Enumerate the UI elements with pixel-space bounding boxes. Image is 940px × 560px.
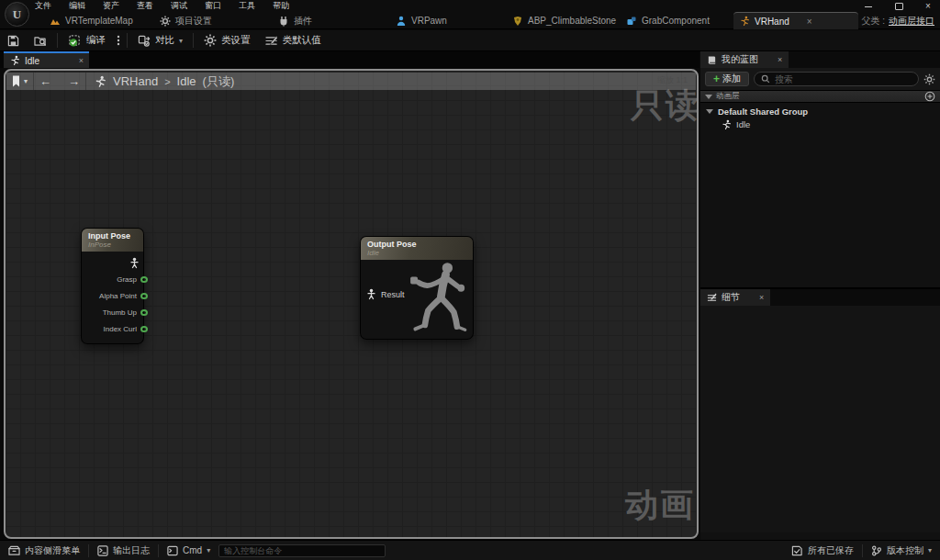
revision-control-button[interactable]: 版本控制 ▾ [863, 541, 940, 560]
compile-options-button[interactable] [113, 30, 124, 51]
tab-details[interactable]: 细节 × [700, 289, 770, 306]
class-defaults-label: 类默认值 [283, 34, 321, 47]
float-pin-icon[interactable] [140, 326, 148, 332]
menu-view[interactable]: 查看 [137, 0, 153, 12]
toolbar-separator [193, 33, 194, 48]
document-tab-bar: Idle × [0, 51, 699, 68]
details-panel: 细节 × [700, 287, 940, 532]
tab-grabcomponent[interactable]: GrabComponent [621, 12, 715, 29]
close-panel-icon[interactable]: × [759, 293, 764, 302]
menu-edit[interactable]: 编辑 [69, 0, 85, 12]
compile-label: 编译 [86, 34, 106, 47]
pin-index-curl[interactable]: Index Curl [82, 320, 143, 337]
restore-icon[interactable] [894, 2, 903, 10]
breadcrumb-document[interactable]: Idle [177, 74, 196, 88]
node-subtitle: Idle [367, 249, 466, 257]
compile-button[interactable]: 编译 [61, 30, 113, 51]
close-window-icon[interactable]: × [923, 2, 933, 10]
anim-layer-icon [739, 16, 750, 27]
menu-file[interactable]: 文件 [35, 0, 51, 12]
close-document-icon[interactable]: × [79, 56, 84, 65]
collapse-triangle-icon[interactable] [706, 109, 713, 114]
pose-pin-icon[interactable] [366, 288, 376, 300]
add-button[interactable]: + 添加 [705, 72, 749, 86]
revision-control-label: 版本控制 [887, 544, 923, 557]
class-defaults-button[interactable]: 类默认值 [258, 30, 329, 51]
minimize-icon[interactable] [865, 2, 874, 10]
console-command-input[interactable] [218, 544, 386, 557]
menu-window[interactable]: 窗口 [205, 0, 221, 12]
browse-asset-button[interactable] [27, 30, 54, 51]
tab-plugins[interactable]: 插件 [273, 12, 318, 29]
cmd-dropdown[interactable]: Cmd ▾ [159, 541, 218, 560]
close-tab-icon[interactable]: × [807, 17, 812, 27]
animation-watermark: 动画 [625, 483, 695, 528]
kebab-menu-icon [117, 35, 120, 46]
all-saved-button[interactable]: 所有已保存 [783, 541, 862, 560]
tab-vrpawn[interactable]: VRPawn [390, 12, 453, 29]
collapse-triangle-icon[interactable] [705, 95, 712, 99]
tab-my-blueprint[interactable]: 我的蓝图 × [700, 51, 789, 68]
output-log-icon [97, 545, 108, 556]
level-icon [50, 16, 61, 27]
pin-grasp[interactable]: Grasp [82, 271, 143, 287]
anim-blueprint-icon [512, 16, 523, 27]
tab-vrhand-active[interactable]: VRHand × [733, 12, 858, 29]
anim-layers-section-header[interactable]: 动画层 [700, 90, 940, 103]
group-default-shared[interactable]: Default Shared Group [700, 106, 940, 118]
search-input[interactable] [775, 74, 912, 84]
save-button[interactable] [0, 30, 27, 51]
layer-item-idle[interactable]: Idle [700, 118, 940, 131]
status-bar: 内容侧滑菜单 输出日志 Cmd ▾ 所有已保存 版本控制 ▾ [0, 540, 940, 560]
pose-pin-icon[interactable] [129, 257, 140, 269]
menu-debug[interactable]: 调试 [171, 0, 187, 12]
pin-label: Thumb Up [103, 308, 137, 317]
pawn-icon [396, 16, 407, 27]
result-pin-label: Result [381, 290, 405, 299]
bookmark-button[interactable]: ▾ [6, 73, 34, 90]
chevron-down-icon: ▾ [24, 77, 28, 85]
close-panel-icon[interactable]: × [778, 55, 782, 64]
float-pin-icon[interactable] [140, 293, 148, 299]
anim-graph-canvas[interactable]: 缩放 1:1 ▾ ← → VRHand > Idle (只读) 只读 动画 I [4, 69, 699, 539]
readonly-watermark: 只读 [631, 84, 699, 129]
node-header: Input Pose InPose [82, 229, 143, 252]
output-log-button[interactable]: 输出日志 [89, 541, 158, 560]
back-arrow-icon[interactable]: ← [39, 75, 51, 87]
menu-tools[interactable]: 工具 [239, 0, 255, 12]
float-pin-icon[interactable] [140, 309, 148, 316]
tab-abp-climbablestone[interactable]: ABP_ClimbableStone [507, 12, 621, 29]
result-pin[interactable]: Result [366, 288, 405, 300]
tab-label: VRTemplateMap [65, 16, 133, 26]
pin-thumb-up[interactable]: Thumb Up [82, 304, 143, 320]
output-pose-node[interactable]: Output Pose Idle Re [360, 236, 474, 340]
diff-button[interactable]: 对比 ▾ [130, 30, 190, 51]
diff-icon [138, 35, 151, 47]
breadcrumb-asset[interactable]: VRHand [113, 74, 158, 88]
blueprint-search[interactable] [754, 72, 919, 86]
tab-project-settings[interactable]: 项目设置 [154, 12, 218, 29]
class-settings-button[interactable]: 类设置 [196, 30, 258, 51]
tab-label: GrabComponent [642, 16, 710, 26]
menu-help[interactable]: 帮助 [273, 0, 289, 12]
forward-arrow-icon[interactable]: → [68, 75, 80, 87]
pin-alpha-point[interactable]: Alpha Point [82, 287, 143, 304]
menu-asset[interactable]: 资产 [103, 0, 119, 12]
right-panel: 我的蓝图 × + 添加 动画层 [700, 51, 940, 540]
parent-class-link[interactable]: 动画层接口 [889, 15, 934, 28]
content-drawer-label: 内容侧滑菜单 [25, 544, 80, 557]
unreal-editor-window: U 文件 编辑 资产 查看 调试 窗口 工具 帮助 × VRTemplateMa… [0, 0, 940, 560]
pin-label: Alpha Point [99, 292, 137, 300]
filter-settings-gear-icon[interactable] [923, 73, 935, 85]
asset-tab-bar: VRTemplateMap 项目设置 插件 VRPawn ABP_Climbab… [0, 12, 940, 29]
input-pose-node[interactable]: Input Pose InPose Grasp Alpha Point Thum… [81, 228, 144, 344]
document-tab-idle[interactable]: Idle × [4, 51, 89, 68]
gear-icon [160, 16, 171, 27]
chevron-down-icon: ▾ [179, 37, 183, 45]
add-layer-plus-icon[interactable] [924, 91, 935, 102]
content-drawer-button[interactable]: 内容侧滑菜单 [0, 541, 88, 560]
graph-nav-arrows: ← → [34, 73, 86, 90]
float-pin-icon[interactable] [140, 276, 148, 283]
tab-vrtemplatemap[interactable]: VRTemplateMap [44, 12, 139, 29]
my-blueprint-toolbar: + 添加 [700, 68, 940, 90]
